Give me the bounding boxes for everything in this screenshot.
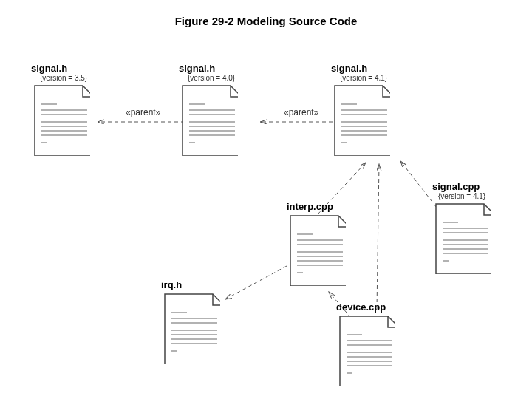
- artifact-label: signal.h: [31, 63, 90, 74]
- artifact-constraint: {version = 4.0}: [179, 74, 238, 82]
- document-icon: [287, 212, 346, 286]
- document-icon: [179, 82, 238, 156]
- document-icon: [31, 82, 90, 156]
- artifact-label: signal.cpp: [432, 181, 491, 192]
- edge-label-parent2: «parent»: [282, 107, 320, 117]
- artifact-interp-cpp: interp.cpp: [287, 201, 346, 289]
- svg-line-6: [377, 164, 379, 309]
- artifact-signal-h-40: signal.h {version = 4.0}: [179, 63, 238, 159]
- artifact-signal-cpp: signal.cpp {version = 4.1}: [432, 181, 491, 277]
- artifact-constraint: {version = 4.1}: [432, 192, 491, 200]
- artifact-label: interp.cpp: [287, 201, 346, 212]
- document-icon: [331, 82, 390, 156]
- document-icon: [336, 313, 395, 386]
- artifact-signal-h-41: signal.h {version = 4.1}: [331, 63, 390, 159]
- artifact-label: irq.h: [161, 279, 220, 290]
- artifact-constraint: {version = 3.5}: [31, 74, 90, 82]
- artifact-signal-h-35: signal.h {version = 3.5}: [31, 63, 90, 159]
- artifact-label: signal.h: [179, 63, 238, 74]
- document-icon: [432, 200, 491, 274]
- artifact-device-cpp: device.cpp: [336, 301, 395, 389]
- document-icon: [161, 290, 220, 364]
- artifact-constraint: {version = 4.1}: [331, 74, 390, 82]
- artifact-label: signal.h: [331, 63, 390, 74]
- artifact-irq-h: irq.h: [161, 279, 220, 367]
- artifact-label: device.cpp: [336, 301, 395, 313]
- svg-line-4: [225, 266, 287, 299]
- edge-label-parent1: «parent»: [124, 107, 162, 117]
- figure-title: Figure 29-2 Modeling Source Code: [0, 0, 532, 27]
